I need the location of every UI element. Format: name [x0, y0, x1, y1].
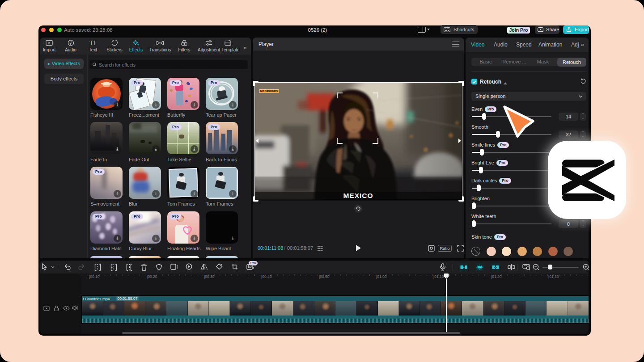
svg-text:MEXICO: MEXICO: [343, 192, 373, 199]
svg-text:TI: TI: [89, 40, 96, 46]
